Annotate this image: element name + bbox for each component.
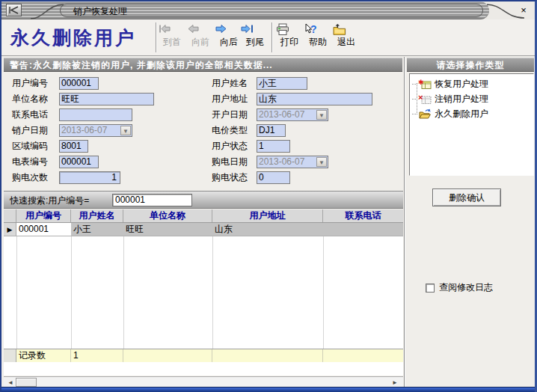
column-header[interactable]: 用户姓名	[71, 209, 123, 222]
quick-search-input[interactable]: 000001	[112, 194, 192, 206]
help-cursor-icon: ?	[304, 23, 317, 37]
column-header[interactable]: 单位名称	[123, 209, 212, 222]
screen-title: 永久删除用户	[10, 24, 136, 52]
field-label: 电价类型	[212, 124, 248, 137]
exit-folder-icon	[332, 23, 346, 37]
nav-next-label: 向后	[215, 37, 243, 48]
window-title: 销户恢复处理	[73, 5, 127, 18]
list-item-label: 注销用户处理	[435, 93, 488, 105]
footer-cell	[323, 349, 403, 362]
go-first-icon	[158, 23, 171, 37]
printer-icon	[275, 23, 289, 37]
purchase-date-combo[interactable]: 2013-06-07 ▼	[257, 156, 328, 168]
cell-unit-name[interactable]: 旺旺	[123, 223, 212, 236]
nav-first-button[interactable]: 到首	[158, 22, 186, 54]
field-label: 用户编号	[12, 77, 48, 90]
user-address-field[interactable]: 山东	[257, 93, 372, 105]
field-label: 单位名称	[12, 93, 48, 105]
svg-text:×: ×	[418, 94, 423, 102]
record-count-label: 记录数	[16, 349, 71, 362]
region-code-field[interactable]: 8001	[59, 140, 88, 153]
delete-confirm-button[interactable]: 删除确认	[432, 189, 501, 206]
close-icon[interactable]: ×	[516, 4, 531, 17]
purchase-date-value: 2013-06-07	[259, 156, 304, 167]
field-label: 购电日期	[212, 156, 248, 168]
help-button[interactable]: ? 帮助	[304, 22, 332, 54]
scroll-left-icon[interactable]: ◄	[5, 379, 16, 387]
checkbox-icon[interactable]	[426, 284, 435, 293]
scroll-right-icon[interactable]: ►	[390, 379, 400, 387]
chevron-down-icon[interactable]: ▼	[316, 157, 327, 167]
meter-no-field[interactable]: 000001	[59, 156, 99, 168]
list-item-restore-user[interactable]: ✱ 恢复用户处理	[412, 77, 488, 91]
column-header[interactable]: 用户编号	[16, 209, 71, 222]
toolbar: 永久删除用户 到首 向前	[1, 19, 535, 56]
footer-indicator-cell	[4, 349, 16, 362]
grid-line	[16, 223, 17, 362]
operation-type-list: ✱ 恢复用户处理 × 注销用户处理	[409, 73, 534, 176]
delete-user-folder-icon	[418, 108, 432, 120]
field-label: 销户日期	[12, 124, 48, 137]
table-header: 用户编号 用户姓名 单位名称 用户地址 联系电话	[4, 209, 403, 223]
user-table: 用户编号 用户姓名 单位名称 用户地址 联系电话 ▶ 000001 小王 旺旺 …	[4, 209, 403, 376]
price-type-field[interactable]: DJ1	[257, 124, 286, 137]
open-date-combo[interactable]: 2013-06-07 ▼	[257, 108, 328, 121]
column-header[interactable]: 用户地址	[212, 209, 323, 222]
field-label: 用户地址	[212, 93, 248, 105]
scrollbar-thumb[interactable]	[16, 378, 37, 387]
unit-name-field[interactable]: 旺旺	[59, 93, 154, 105]
app-logo-icon	[6, 4, 22, 16]
app-window: 销户恢复处理 × 永久删除用户 到首 向前	[0, 0, 537, 392]
close-date-combo[interactable]: 2013-06-07 ▼	[59, 124, 132, 137]
cell-user-name[interactable]: 小王	[71, 223, 123, 236]
purchase-count-field[interactable]: 1	[59, 171, 120, 184]
field-label: 购电次数	[12, 171, 48, 184]
field-label: 用户姓名	[212, 77, 248, 90]
view-log-checkbox[interactable]: 查阅修改日志	[426, 281, 493, 294]
table-row[interactable]: ▶ 000001 小王 旺旺 山东	[4, 223, 403, 236]
nav-next-button[interactable]: 向后	[215, 22, 243, 54]
go-prev-icon	[186, 23, 200, 37]
user-name-field[interactable]: 小王	[257, 77, 307, 90]
toolbar-separator	[156, 22, 157, 52]
cell-user-id[interactable]: 000001	[16, 223, 71, 236]
record-count-value: 1	[71, 349, 123, 362]
print-label: 打印	[275, 37, 304, 48]
horizontal-scrollbar[interactable]: ◄ ►	[4, 376, 403, 388]
user-status-field[interactable]: 1	[257, 140, 290, 153]
chevron-down-icon[interactable]: ▼	[120, 126, 131, 135]
list-item-label: 恢复用户处理	[435, 78, 488, 91]
exit-label: 退出	[332, 37, 360, 48]
footer-cell	[212, 349, 323, 362]
purchase-status-field[interactable]: 0	[257, 171, 290, 184]
column-header[interactable]: 联系电话	[323, 209, 403, 222]
nav-last-button[interactable]: 到尾	[241, 22, 269, 54]
nav-first-label: 到首	[158, 37, 186, 48]
grid-line	[71, 223, 72, 362]
user-id-field[interactable]: 000001	[59, 77, 99, 90]
toolbar-separator	[271, 22, 273, 52]
exit-button[interactable]: 退出	[332, 22, 360, 54]
list-item-cancel-user[interactable]: × 注销用户处理	[412, 92, 488, 105]
warning-bar: 警告:永久删除被注销的用户, 并删除该用户的全部相关数据...	[4, 58, 402, 72]
print-button[interactable]: 打印	[275, 22, 304, 54]
chevron-down-icon[interactable]: ▼	[316, 110, 327, 120]
svg-text:✱: ✱	[418, 79, 424, 86]
tree-connector	[412, 114, 417, 114]
list-item-delete-user[interactable]: 永久删除用户	[412, 107, 488, 120]
phone-field[interactable]	[59, 108, 132, 121]
field-label: 联系电话	[12, 108, 48, 121]
row-marker-icon: ▶	[4, 223, 16, 236]
cell-phone[interactable]	[323, 223, 403, 236]
restore-user-icon: ✱	[418, 79, 432, 90]
checkbox-label: 查阅修改日志	[439, 281, 493, 294]
indicator-column-header	[4, 209, 16, 222]
grid-line	[212, 223, 213, 362]
nav-prev-label: 向前	[186, 37, 215, 48]
nav-prev-button[interactable]: 向前	[186, 22, 215, 54]
cell-user-address[interactable]: 山东	[212, 223, 323, 236]
grid-line	[123, 223, 124, 362]
table-footer-row: 记录数 1	[4, 349, 403, 362]
tree-connector	[412, 99, 417, 99]
footer-cell	[123, 349, 212, 362]
